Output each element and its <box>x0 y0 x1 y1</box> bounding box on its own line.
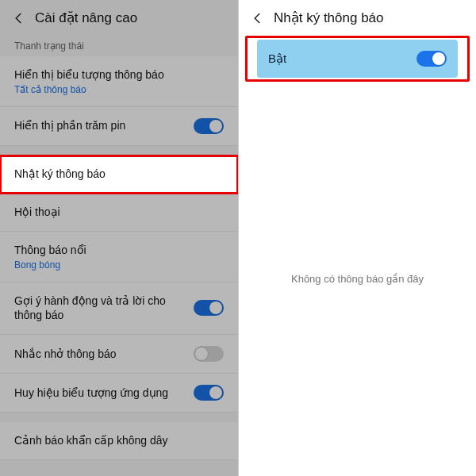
empty-message: Không có thông báo gần đây <box>291 273 424 285</box>
header: Cài đặt nâng cao <box>0 0 238 33</box>
row-sub: Bong bóng <box>14 259 224 271</box>
row-conversation[interactable]: Hội thoại <box>0 194 238 232</box>
row-label: Nhật ký thông báo <box>14 167 224 182</box>
empty-state: Không có thông báo gần đây <box>239 82 476 476</box>
row-label: Hiển thị biểu tượng thông báo <box>14 67 224 83</box>
back-icon[interactable] <box>11 10 27 26</box>
row-wireless-emergency[interactable]: Cảnh báo khẩn cấp không dây <box>0 422 238 460</box>
notification-log-screen: Nhật ký thông báo Bật Không có thông báo… <box>238 0 476 476</box>
row-show-notif-icons[interactable]: Hiển thị biểu tượng thông báo Tất cả thô… <box>0 56 238 107</box>
row-label: Bật <box>268 52 286 66</box>
toggle-suggest-actions[interactable] <box>194 300 224 316</box>
row-label: Hội thoại <box>14 205 224 220</box>
row-label: Hiển thị phần trăm pin <box>14 118 186 133</box>
row-app-badge[interactable]: Huy hiệu biểu tượng ứng dụng <box>0 374 238 413</box>
row-notification-log[interactable]: Nhật ký thông báo <box>0 155 238 194</box>
row-notif-reminder[interactable]: Nhắc nhở thông báo <box>0 335 238 374</box>
toggle-enable-log[interactable] <box>416 51 447 67</box>
row-sub: Tất cả thông báo <box>14 84 224 95</box>
toggle-app-badge[interactable] <box>194 385 224 401</box>
row-battery-percent[interactable]: Hiển thị phần trăm pin <box>0 107 238 146</box>
advanced-settings-screen: Cài đặt nâng cao Thanh trạng thái Hiển t… <box>0 0 238 476</box>
header: Nhật ký thông báo <box>239 0 476 33</box>
row-label: Nhắc nhở thông báo <box>14 347 186 362</box>
highlight-box: Bật <box>245 36 470 82</box>
page-title: Cài đặt nâng cao <box>35 10 137 26</box>
row-enable-log[interactable]: Bật <box>257 40 458 78</box>
toggle-notif-reminder[interactable] <box>194 346 224 362</box>
row-label: Gợi ý hành động và trả lời cho thông báo <box>14 294 186 324</box>
back-icon[interactable] <box>250 10 266 26</box>
toggle-battery-percent[interactable] <box>194 118 224 134</box>
row-label: Huy hiệu biểu tượng ứng dụng <box>14 386 186 401</box>
page-title: Nhật ký thông báo <box>274 10 384 26</box>
row-floating-notif[interactable]: Thông báo nổi Bong bóng <box>0 232 238 282</box>
row-label: Cảnh báo khẩn cấp không dây <box>14 433 224 448</box>
row-label: Thông báo nổi <box>14 243 224 258</box>
section-status-bar: Thanh trạng thái <box>0 33 238 56</box>
row-suggest-actions[interactable]: Gợi ý hành động và trả lời cho thông báo <box>0 282 238 336</box>
